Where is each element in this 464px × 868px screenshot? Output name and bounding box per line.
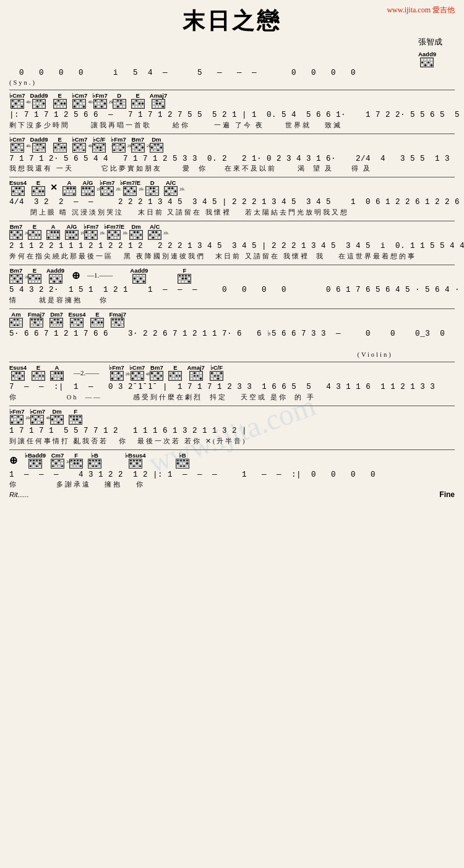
chord-row-1: ♭Cm7 4fr. Dadd9: [9, 92, 455, 109]
chord-f-2: F: [69, 408, 82, 425]
chord-bb-1: ♭B: [88, 452, 101, 469]
chord-bcm7-3: ♭Cm7 4fr.: [9, 136, 25, 153]
chord-ac-2: A/C 2fr.: [148, 223, 161, 240]
verse4-lyrics: 你 Oh —— 感受到什麼在劇烈 抖定 天空或 是你 的 手: [9, 393, 455, 402]
chord-bcm7-4: ♭Cm7 4fr.: [72, 136, 88, 153]
chord-amaj7-2: Amaj7: [187, 364, 205, 381]
chord-bcm7-1: ♭Cm7 4fr.: [9, 92, 25, 109]
row-verse1: ♭Cm7 4fr. Dadd9: [9, 92, 455, 130]
chord-bcm7-5: ♭Cm7 4fr.: [129, 364, 145, 381]
chord-fmaj7-1: Fmaj7: [28, 311, 45, 328]
chord-row-6: Am Fmaj7 Dm7: [9, 311, 455, 328]
chord-bm7-4: Bm7 2: [150, 364, 163, 381]
chord-cm7-1: Cm7 2fr.: [51, 452, 64, 469]
bridge-lyrics: (Violin): [9, 351, 455, 358]
chord-row-9: ⊕ ♭Badd9 Cm7 2fr.: [9, 452, 455, 469]
chord-bfm7-6: ♭Fm7 2fr.: [9, 408, 25, 425]
chord-bm7-3: Bm7 2fr.: [9, 267, 23, 284]
verse1-lyrics: 剩下沒多少時間 讓我再唱一首歌 給你 一遍 了今 夜 世界就 致滅: [9, 121, 455, 130]
chord-bfm7e-1: ♭Fm7/E 2fr.: [120, 179, 141, 196]
chord-bfm7e-2: ♭Fm7/E 2fr.: [104, 223, 125, 240]
chord-e-8: E: [32, 364, 45, 381]
row-outro: ⊕ ♭Badd9 Cm7 2fr.: [9, 452, 455, 500]
chord-bbsus4-1: ♭Bsus4: [125, 452, 146, 469]
chord-aadd9-3: Aadd9: [130, 267, 148, 284]
chord-am-1: Am: [9, 311, 23, 328]
chord-aadd9-intro: Aadd9: [418, 51, 436, 67]
row-bridge: Am Fmaj7 Dm7: [9, 311, 455, 359]
sheet-content: Aadd9 0 0 0 0 i 5 4 — 5 — — — 0 0 0 0 (S…: [9, 51, 455, 499]
chord-a4g-1: A/G 2fr.: [81, 179, 95, 196]
chord-row-7: Esus4 E A: [9, 364, 455, 381]
verse3-lyrics: 情 就是容擁抱 你: [9, 296, 455, 305]
chord-dm7-1: Dm7: [49, 311, 63, 328]
chord-d-1: D: [113, 92, 126, 109]
chord-row-8: ♭Fm7 2fr. ♭Cm7 4fr.: [9, 408, 455, 425]
intro-notes: 0 0 0 0 i 5 4 — 5 — — — 0 0 0 0: [9, 67, 455, 79]
fine-label: Fine: [439, 490, 455, 499]
verse5-lyrics: 到讓任何事情打 亂我否若 你 最後一次若 若你 ✕(升半音): [9, 437, 455, 446]
bridge-notes: 5· 6 6 7 1 2 1 7 6 6 3· 2 2 6 7 1 2 1 1 …: [9, 328, 455, 352]
chord-bcm7-6: ♭Cm7 4fr.: [30, 408, 46, 425]
chord-dadd9-1: Dadd9: [30, 92, 48, 109]
chord-bm7-1: Bm7 2fr.: [131, 136, 145, 153]
row-verse1b: ♭Cm7 4fr. Dadd9: [9, 136, 455, 174]
chord-esus4-3: Esus4: [9, 364, 27, 381]
verse5-notes: 1 7 1 7 1 5 5 7 7 1 2 1 1 1 6 1 3 2 1 1 …: [9, 425, 455, 437]
verse3-notes: 5 4 3 2 2· 1 5 1 1 2 1 1 — — — 0 0 0 0 0…: [9, 284, 455, 296]
website-label: www.ijita.com 愛吉他: [387, 5, 455, 15]
row-intro: Aadd9 0 0 0 0 i 5 4 — 5 — — — 0 0 0 0 (S…: [9, 51, 455, 86]
intro-label: (Syn.): [9, 79, 455, 86]
chorus1-lyrics: 閉上眼 晴 沉浸淡別哭泣 末日前 又請留在 我懷裡 若太陽結去門光放明我又想: [9, 208, 455, 217]
chord-esus4-1: Esus4: [9, 179, 27, 196]
row-verse3: Bm7 2fr. E: [9, 267, 455, 305]
chord-e-5: E: [28, 223, 41, 240]
chord-aadd9-2: Aadd9: [46, 267, 64, 284]
sheet-music-page: www.ijita.com www.ijita.com 愛吉他 末日之戀 張智成…: [0, 0, 464, 868]
chord-amaj7-1: Amaj7: [150, 92, 168, 109]
chord-row-3: Esus4 E ✕ A: [9, 179, 455, 196]
chord-bb-2: ♭B: [176, 452, 189, 469]
chord-d-2: D: [145, 179, 159, 196]
chord-bfm7-5: ♭Fm7 2fr.: [109, 364, 124, 381]
chord-bcm7-2: ♭Cm7 4fr.: [72, 92, 88, 109]
row-chorus1: Esus4 E ✕ A: [9, 179, 455, 217]
rit-label: Rit......: [9, 491, 29, 498]
chord-a-2: A: [46, 223, 60, 240]
chord-esus4-2: Esus4: [68, 311, 85, 328]
verse2-notes: 2 1 1 2 2 1 1 1 2 1 2 2 1 2 2 2 2 1 3 4 …: [9, 240, 455, 252]
chord-a-3: A: [50, 364, 64, 381]
chord-dm-3: Dm: [50, 408, 64, 425]
row-verse2: Bm7 2fr. E: [9, 223, 455, 261]
chord-bbadd9-1: ♭Badd9: [25, 452, 46, 469]
chord-fmaj7-2: Fmaj7: [109, 311, 126, 328]
chord-e-9: E: [168, 364, 182, 381]
verse1-notes: |: 7 1 7 1 2 5 6 6 — 7 1 7 1 2 7 5 5 5 2…: [9, 109, 455, 121]
chord-a4g-2: A/G 2fr.: [65, 223, 79, 240]
chord-dm-1: Dm: [150, 136, 163, 153]
chord-bfm7-4: ♭Fm7 2fr.: [84, 223, 99, 240]
chord-row-4: Bm7 2fr. E: [9, 223, 455, 240]
chord-dm-2: Dm: [129, 223, 143, 240]
chord-bm7-2: Bm7 2fr.: [9, 223, 23, 240]
chord-bfm7-2: ♭Fm7 2fr.: [111, 136, 126, 153]
chord-cf-1: ♭C/F 4: [92, 136, 106, 153]
verse2-lyrics: 奔何在指尖繞此那最後一區 黑 夜降國別連彼我們 末日前 又請留在 我懷裡 我 在…: [9, 252, 455, 261]
chord-e-2: E: [131, 92, 145, 109]
row-verse5: ♭Fm7 2fr. ♭Cm7 4fr.: [9, 408, 455, 446]
chorus1-notes: 4/4 3 2 2 — — 2 2 2 1 3 4 5 3 4 5 | 2 2 …: [9, 197, 455, 208]
verse1b-notes: 7 1 7 1 2· 5 6 5 4 4 7 1 7 1 2 5 3 3 0. …: [9, 153, 455, 165]
chord-dadd9-2: Dadd9: [30, 136, 48, 153]
chord-f-3: F: [69, 452, 83, 469]
outro-lyrics-1: 你 多謝承遠 擁抱 你: [9, 480, 455, 489]
chord-bfm7-3: ♭Fm7 2fr.: [100, 179, 115, 196]
chord-e-1: E: [53, 92, 67, 109]
chord-row-2: ♭Cm7 4fr. Dadd9: [9, 136, 455, 153]
chord-a-1: A: [62, 179, 76, 196]
chord-ac-1: A/C 2fr.: [164, 179, 178, 196]
verse1b-lyrics: 我想我還有 一天 它比夢實如朋友 愛 你 在來不及以前 渴 望 及 得 及: [9, 164, 455, 173]
chord-bcf-2: ♭C/F: [210, 364, 223, 381]
outro-notes: 1 — — — 4 3 1 2 2 1 2 |: 1 — — — 1 — — :…: [9, 469, 455, 481]
artist-name: 張智成: [9, 36, 442, 48]
song-header: www.ijita.com 愛吉他 末日之戀 張智成: [9, 6, 455, 48]
